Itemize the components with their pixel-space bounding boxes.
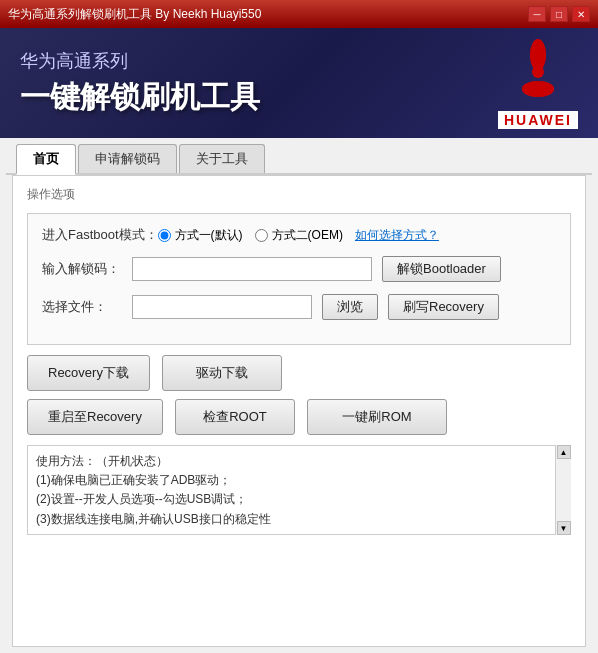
tab-unlock-code[interactable]: 申请解锁码 [78, 144, 177, 173]
log-wrapper: 使用方法：（开机状态） (1)确保电脑已正确安装了ADB驱动； (2)设置--开… [27, 445, 571, 535]
radio-option1-input[interactable] [158, 229, 171, 242]
browse-button[interactable]: 浏览 [322, 294, 378, 320]
fastboot-row: 进入Fastboot模式： 方式一(默认) 方式二(OEM) 如何选择方式？ [42, 226, 556, 244]
log-line-2: (1)确保电脑已正确安装了ADB驱动； [36, 471, 550, 490]
svg-point-4 [532, 66, 544, 78]
title-bar-controls: ─ □ ✕ [528, 6, 590, 22]
svg-point-3 [522, 81, 554, 97]
check-root-button[interactable]: 检查ROOT [175, 399, 295, 435]
header-main-title: 一键解锁刷机工具 [20, 77, 260, 118]
maximize-button[interactable]: □ [550, 6, 568, 22]
unlock-row: 输入解锁码： 解锁Bootloader [42, 256, 556, 282]
radio-option1[interactable]: 方式一(默认) [158, 227, 243, 244]
header-banner: 华为高通系列 一键解锁刷机工具 HUAWEI [0, 28, 598, 138]
title-bar: 华为高通系列解锁刷机工具 By Neekh Huayi550 ─ □ ✕ [0, 0, 598, 28]
minimize-button[interactable]: ─ [528, 6, 546, 22]
section-label: 操作选项 [27, 186, 571, 203]
log-line-4: (3)数据线连接电脑,并确认USB接口的稳定性 [36, 510, 550, 529]
file-row: 选择文件： 浏览 刷写Recovery [42, 294, 556, 320]
content-area: 首页 申请解锁码 关于工具 操作选项 进入Fastboot模式： 方式一 [0, 138, 598, 653]
unlock-bootloader-button[interactable]: 解锁Bootloader [382, 256, 501, 282]
action-buttons-row2: 重启至Recovery 检查ROOT 一键刷ROM [27, 399, 571, 435]
flash-recovery-button[interactable]: 刷写Recovery [388, 294, 499, 320]
flash-rom-button[interactable]: 一键刷ROM [307, 399, 447, 435]
tab-home[interactable]: 首页 [16, 144, 76, 175]
reboot-recovery-button[interactable]: 重启至Recovery [27, 399, 163, 435]
tabs-container: 首页 申请解锁码 关于工具 [6, 138, 592, 175]
log-line-3: (2)设置--开发人员选项--勾选USB调试； [36, 490, 550, 509]
how-to-select-link[interactable]: 如何选择方式？ [355, 227, 439, 244]
header-subtitle: 华为高通系列 [20, 49, 260, 73]
recovery-download-button[interactable]: Recovery下载 [27, 355, 150, 391]
fastboot-label: 进入Fastboot模式： [42, 226, 158, 244]
driver-download-button[interactable]: 驱动下载 [162, 355, 282, 391]
unlock-label: 输入解锁码： [42, 260, 132, 278]
header-text-block: 华为高通系列 一键解锁刷机工具 [20, 49, 260, 118]
file-label: 选择文件： [42, 298, 132, 316]
log-scrollbar[interactable]: ▲ ▼ [555, 445, 571, 535]
unlock-code-input[interactable] [132, 257, 372, 281]
radio-option2-input[interactable] [255, 229, 268, 242]
close-button[interactable]: ✕ [572, 6, 590, 22]
main-panel: 操作选项 进入Fastboot模式： 方式一(默认) 方式二(OEM) [12, 175, 586, 647]
options-box: 进入Fastboot模式： 方式一(默认) 方式二(OEM) 如何选择方式？ [27, 213, 571, 345]
huawei-brand-name: HUAWEI [498, 111, 578, 129]
scroll-down-button[interactable]: ▼ [557, 521, 571, 535]
huawei-logo: HUAWEI [498, 37, 578, 129]
file-path-input[interactable] [132, 295, 312, 319]
fastboot-radio-group: 方式一(默认) 方式二(OEM) 如何选择方式？ [158, 227, 556, 244]
radio-option2[interactable]: 方式二(OEM) [255, 227, 343, 244]
huawei-flower-icon [498, 37, 578, 107]
app-window: 华为高通系列解锁刷机工具 By Neekh Huayi550 ─ □ ✕ 华为高… [0, 0, 598, 653]
action-buttons-row1: Recovery下载 驱动下载 [27, 355, 571, 391]
scroll-up-button[interactable]: ▲ [557, 445, 571, 459]
log-line-1: 使用方法：（开机状态） [36, 452, 550, 471]
log-area: 使用方法：（开机状态） (1)确保电脑已正确安装了ADB驱动； (2)设置--开… [27, 445, 571, 535]
title-bar-text: 华为高通系列解锁刷机工具 By Neekh Huayi550 [8, 6, 528, 23]
tab-about[interactable]: 关于工具 [179, 144, 265, 173]
